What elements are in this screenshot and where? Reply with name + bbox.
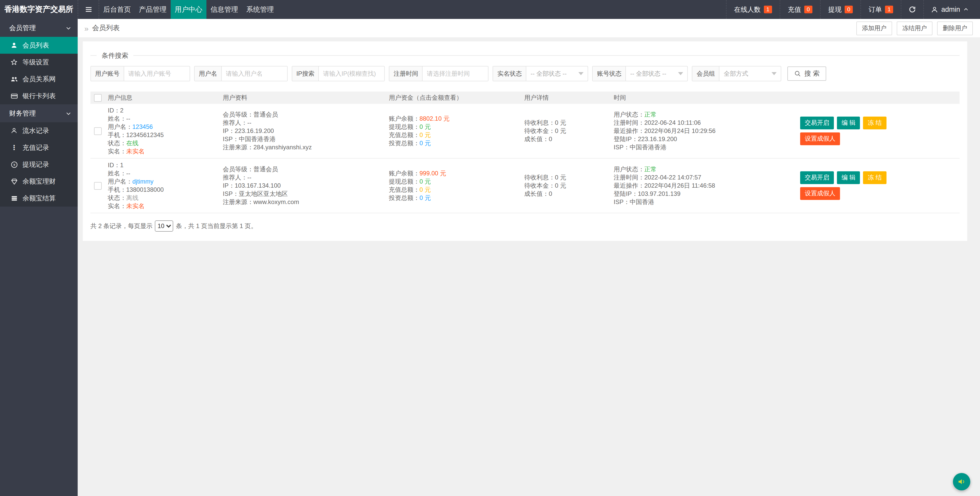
freeze-user-button[interactable]: 冻结用户: [897, 21, 932, 35]
freeze-button[interactable]: 冻 结: [863, 116, 886, 129]
cell-actions: 交易开启 编 辑 冻 结 设置成假人: [800, 116, 959, 145]
status-badge: 0: [845, 6, 853, 13]
account-status-select[interactable]: -- 全部状态 --: [626, 67, 687, 81]
page-size-select[interactable]: 10: [155, 220, 173, 232]
set-fake-button[interactable]: 设置成假人: [800, 132, 840, 145]
search-legend: 条件搜索: [97, 51, 134, 61]
select-all-checkbox[interactable]: [94, 94, 102, 102]
filter-ip: IP搜索: [292, 66, 385, 81]
withdraw-total-link[interactable]: 0 元: [420, 178, 431, 185]
member-table: 用户信息 用户资料 用户资金（点击金额查看） 用户详情 时间 ID：2 姓名：-…: [91, 91, 959, 213]
user-phone: 12345612345: [126, 131, 164, 139]
topnav-item-user-center[interactable]: 用户中心: [171, 0, 207, 19]
user-icon: [10, 42, 18, 49]
double-chevron-icon: »: [84, 24, 89, 32]
stat-orders[interactable]: 订单 1: [861, 0, 901, 19]
set-fake-button[interactable]: 设置成假人: [800, 187, 840, 200]
sidebar-item-member-network[interactable]: 会员关系网: [0, 70, 78, 88]
sidebar-item-withdraw-records[interactable]: ¥ 提现记录: [0, 156, 78, 173]
stat-label: 在线人数: [734, 5, 760, 14]
stat-online-users[interactable]: 在线人数 1: [726, 0, 780, 19]
freeze-button[interactable]: 冻 结: [863, 171, 886, 184]
invest-total-link[interactable]: 0 元: [420, 194, 431, 201]
balance-link[interactable]: 8802.10 元: [420, 115, 449, 122]
cell-user-detail: 待收利息：0 元 待收本金：0 元 成长值：0: [524, 173, 614, 198]
sidebar-group-member-mgmt[interactable]: 会员管理: [0, 19, 78, 37]
filter-account-status: 账号状态 -- 全部状态 --: [592, 66, 688, 81]
user-status: 正常: [644, 111, 657, 118]
account-input[interactable]: [124, 67, 189, 81]
dots-icon: ⋮: [10, 144, 18, 151]
status-badge: 1: [764, 6, 772, 13]
cell-time: 用户状态：正常 注册时间：2022-04-22 14:07:57 最近操作：20…: [614, 165, 800, 206]
sidebar-item-flow-records[interactable]: 流水记录: [0, 122, 78, 139]
refresh-icon[interactable]: [901, 0, 923, 19]
username-link[interactable]: 123456: [132, 123, 153, 131]
table-row: ID：1 姓名：-- 用户名：djtimmy 手机：13800138000 状态…: [91, 158, 959, 213]
topnav-item-info[interactable]: 信息管理: [207, 0, 242, 19]
realname-status-select[interactable]: -- 全部状态 --: [527, 67, 588, 81]
filter-realname-status: 实名状态 -- 全部状态 --: [493, 66, 589, 81]
recharge-total-link[interactable]: 0 元: [420, 131, 431, 139]
sidebar-item-member-list[interactable]: 会员列表: [0, 37, 78, 54]
row-checkbox[interactable]: [94, 127, 102, 135]
dropdown-caret-icon: [772, 72, 777, 75]
trade-toggle-button[interactable]: 交易开启: [800, 116, 834, 129]
top-nav: 后台首页 产品管理 用户中心 信息管理 系统管理: [99, 0, 278, 19]
realname-status: 未实名: [126, 148, 145, 155]
filter-member-group: 会员组 全部方式: [692, 66, 781, 81]
sidebar-item-recharge-records[interactable]: ⋮ 充值记录: [0, 139, 78, 156]
delete-user-button[interactable]: 删除用户: [937, 21, 973, 35]
sidebar-item-yuebao-invest[interactable]: 余额宝理财: [0, 173, 78, 190]
balance-link[interactable]: 999.00 元: [420, 170, 446, 177]
topnav-item-dashboard[interactable]: 后台首页: [99, 0, 135, 19]
member-group-select[interactable]: 全部方式: [720, 67, 781, 81]
sidebar-item-bank-cards[interactable]: 银行卡列表: [0, 88, 78, 104]
username-input[interactable]: [222, 67, 287, 81]
search-button[interactable]: 搜 索: [788, 67, 826, 81]
sidebar: 会员管理 会员列表 等级设置 会员关系网: [0, 19, 78, 496]
recharge-total-link[interactable]: 0 元: [420, 186, 431, 193]
top-header: 香港数字资产交易所 后台首页 产品管理 用户中心 信息管理 系统管理 在线人数 …: [0, 0, 980, 19]
invest-total-link[interactable]: 0 元: [420, 140, 431, 147]
caret-up-icon: [963, 6, 969, 12]
edit-button[interactable]: 编 辑: [837, 171, 860, 184]
admin-user-menu[interactable]: admin: [923, 0, 974, 19]
sidebar-item-level-settings[interactable]: 等级设置: [0, 54, 78, 70]
app-logo: 香港数字资产交易所: [0, 0, 78, 19]
add-user-button[interactable]: 添加用户: [856, 21, 892, 35]
cell-user-info: ID：1 姓名：-- 用户名：djtimmy 手机：13800138000 状态…: [108, 161, 223, 210]
users-icon: [10, 75, 18, 83]
edit-button[interactable]: 编 辑: [837, 116, 860, 129]
pagination-prefix: 共 2 条记录，每页显示: [91, 222, 153, 230]
announcement-float-button[interactable]: [953, 473, 970, 490]
table-row: ID：2 姓名：-- 用户名：123456 手机：12345612345 状态：…: [91, 104, 959, 158]
stat-withdraw[interactable]: 提现 0: [820, 0, 861, 19]
table-header-row: 用户信息 用户资料 用户资金（点击金额查看） 用户详情 时间: [91, 91, 959, 104]
chevron-down-icon: [65, 110, 72, 116]
dropdown-caret-icon: [678, 72, 683, 75]
filter-username: 用户名: [194, 66, 288, 81]
menu-toggle-icon[interactable]: [78, 0, 99, 19]
user-name: --: [126, 170, 130, 177]
trade-toggle-button[interactable]: 交易开启: [800, 171, 834, 184]
pagination-suffix: 条，共 1 页当前显示第 1 页。: [176, 222, 257, 230]
reg-time-input[interactable]: [423, 67, 488, 81]
topnav-item-products[interactable]: 产品管理: [135, 0, 171, 19]
admin-username: admin: [941, 6, 960, 13]
bank-card-icon: [10, 92, 18, 99]
user-icon: [10, 127, 18, 134]
username-link[interactable]: djtimmy: [132, 178, 154, 185]
ip-search-input[interactable]: [319, 67, 385, 81]
row-checkbox[interactable]: [94, 182, 102, 190]
withdraw-total-link[interactable]: 0 元: [420, 123, 431, 131]
online-status: 在线: [126, 140, 138, 147]
cell-user-info: ID：2 姓名：-- 用户名：123456 手机：12345612345 状态：…: [108, 106, 223, 155]
col-time: 时间: [614, 93, 800, 102]
sidebar-group-finance-mgmt[interactable]: 财务管理: [0, 104, 78, 122]
sidebar-item-yuebao-settlement[interactable]: 余额宝结算: [0, 190, 78, 207]
filter-reg-time: 注册时间: [389, 66, 489, 81]
stat-recharge[interactable]: 充值 0: [780, 0, 820, 19]
topnav-item-system[interactable]: 系统管理: [242, 0, 278, 19]
chevron-down-icon: [65, 25, 72, 31]
